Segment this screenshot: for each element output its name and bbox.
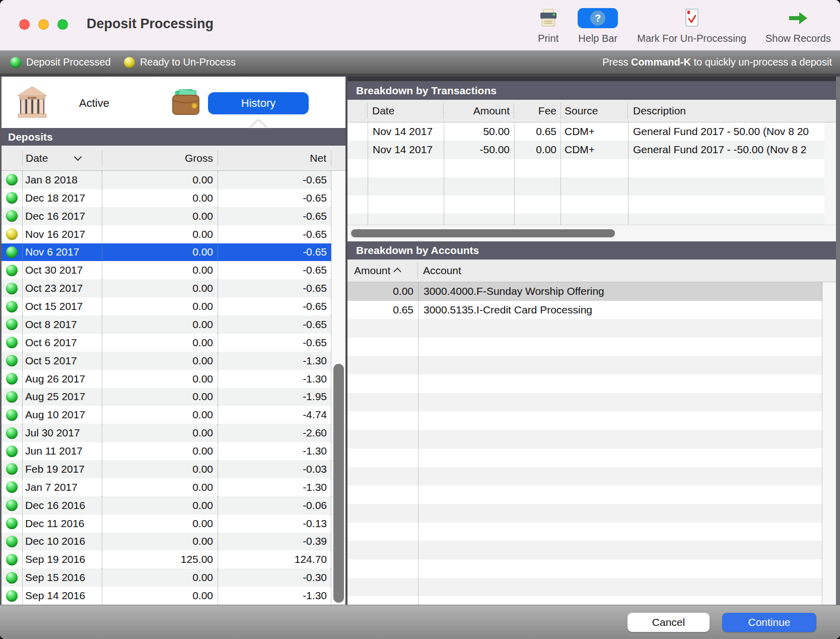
transactions-description-column-header[interactable]: Description bbox=[628, 103, 836, 119]
deposit-gross: 0.00 bbox=[102, 424, 218, 442]
show-records-button[interactable]: Show Records bbox=[765, 7, 831, 44]
deposit-row[interactable]: Oct 6 20170.00-0.65 bbox=[2, 334, 331, 352]
zoom-window-icon[interactable] bbox=[57, 19, 68, 30]
deposit-row[interactable]: Oct 30 20170.00-0.65 bbox=[2, 261, 331, 279]
deposit-row[interactable]: Dec 11 20160.00-0.13 bbox=[2, 515, 331, 533]
yellow-status-icon bbox=[6, 228, 18, 240]
deposits-scrollbar-track[interactable] bbox=[331, 171, 347, 605]
deposit-row[interactable]: Sep 15 20160.00-0.30 bbox=[2, 568, 331, 587]
deposit-net: -0.65 bbox=[218, 189, 331, 207]
green-status-icon bbox=[6, 427, 18, 439]
mark-for-unprocessing-button[interactable]: Mark For Un-Processing bbox=[637, 7, 746, 44]
transactions-date-column-header[interactable]: Date bbox=[368, 103, 444, 119]
transactions-hscrollbar-thumb[interactable] bbox=[351, 229, 615, 237]
accounts-table: 0.003000.4000.F-Sunday Worship Offering0… bbox=[347, 282, 822, 605]
deposits-panel: BANK Active bbox=[0, 77, 345, 605]
deposit-row[interactable]: Oct 5 20170.00-1.30 bbox=[2, 352, 331, 370]
deposit-row[interactable]: Dec 16 20160.00-0.06 bbox=[2, 496, 331, 515]
deposit-status-cell bbox=[2, 207, 23, 225]
deposit-date: Aug 26 2017 bbox=[23, 370, 102, 388]
toolbar: Print ? Help Bar Mark For Un-Processing bbox=[538, 7, 831, 44]
deposit-net: -1.30 bbox=[218, 442, 331, 460]
transactions-hscrollbar-track[interactable] bbox=[347, 225, 836, 241]
deposit-row[interactable]: Jun 11 20170.00-1.30 bbox=[2, 442, 331, 460]
deposit-row[interactable]: Aug 26 20170.00-1.30 bbox=[2, 370, 331, 388]
deposit-net: -0.65 bbox=[218, 279, 331, 297]
deposit-gross: 0.00 bbox=[102, 225, 218, 243]
deposits-scrollbar-thumb[interactable] bbox=[333, 364, 344, 603]
tab-active[interactable]: BANK Active bbox=[17, 84, 168, 123]
deposit-row[interactable]: Dec 10 20160.00-0.39 bbox=[2, 533, 331, 551]
deposits-net-column-header[interactable]: Net bbox=[218, 150, 331, 166]
account-row[interactable]: 0.653000.5135.I-Credit Card Processing bbox=[347, 301, 822, 320]
green-status-icon bbox=[6, 445, 18, 457]
deposit-date: Jan 8 2018 bbox=[23, 171, 102, 189]
column-separator bbox=[628, 122, 628, 225]
green-status-icon bbox=[6, 318, 18, 330]
deposit-date: Oct 15 2017 bbox=[23, 297, 102, 315]
column-separator bbox=[418, 282, 418, 605]
bank-icon: BANK bbox=[17, 86, 48, 121]
print-label: Print bbox=[538, 33, 558, 44]
transactions-amount-column-header[interactable]: Amount bbox=[444, 103, 514, 119]
deposit-status-cell bbox=[2, 243, 23, 262]
green-status-icon bbox=[6, 590, 18, 602]
deposit-net: -0.65 bbox=[218, 243, 331, 262]
deposits-date-column-header[interactable]: Date bbox=[23, 150, 102, 166]
deposit-status-cell bbox=[2, 568, 23, 587]
green-status-icon bbox=[6, 554, 18, 565]
close-window-icon[interactable] bbox=[19, 19, 30, 30]
shortcut-hint: Press Command-K to quickly un-process a … bbox=[602, 56, 832, 68]
account-row[interactable]: 0.003000.4000.F-Sunday Worship Offering bbox=[347, 282, 822, 301]
minimize-window-icon[interactable] bbox=[38, 19, 49, 30]
deposit-row[interactable]: Oct 8 20170.00-0.65 bbox=[2, 315, 331, 334]
deposit-row[interactable]: Feb 19 20170.00-0.03 bbox=[2, 460, 331, 478]
deposit-row[interactable]: Jan 8 20180.00-0.65 bbox=[2, 171, 331, 189]
deposit-date: Nov 6 2017 bbox=[23, 243, 102, 262]
transaction-row[interactable]: Nov 14 2017-50.000.00CDM+General Fund 20… bbox=[347, 141, 824, 159]
deposit-row[interactable]: Dec 16 20170.00-0.65 bbox=[2, 207, 331, 225]
deposit-row[interactable]: Nov 6 20170.00-0.65 bbox=[2, 243, 331, 262]
accounts-account-column-header[interactable]: Account bbox=[418, 263, 836, 279]
accounts-amount-column-header[interactable]: Amount bbox=[347, 263, 418, 279]
deposit-status-cell bbox=[2, 297, 23, 315]
help-bar-label: Help Bar bbox=[578, 33, 617, 44]
deposit-row[interactable]: Nov 16 20170.00-0.65 bbox=[2, 225, 331, 243]
deposit-date: Feb 19 2017 bbox=[23, 460, 102, 478]
deposit-row[interactable]: Jul 30 20170.00-2.60 bbox=[2, 424, 331, 442]
deposit-status-cell bbox=[2, 279, 23, 297]
transactions-source-column-header[interactable]: Source bbox=[561, 103, 628, 119]
deposit-net: 124.70 bbox=[218, 550, 331, 568]
deposits-gross-column-header[interactable]: Gross bbox=[102, 150, 218, 166]
deposit-gross: 0.00 bbox=[102, 334, 218, 352]
status-bar: Deposit Processed Ready to Un-Process Pr… bbox=[0, 50, 840, 74]
green-status-icon bbox=[6, 301, 18, 312]
green-status-icon bbox=[6, 192, 18, 204]
transactions-fee-column-header[interactable]: Fee bbox=[514, 103, 561, 119]
deposit-row[interactable]: Dec 18 20170.00-0.65 bbox=[2, 189, 331, 207]
continue-button[interactable]: Continue bbox=[722, 613, 816, 632]
deposit-row[interactable]: Oct 23 20170.00-0.65 bbox=[2, 279, 331, 297]
deposit-row[interactable]: Aug 25 20170.00-1.95 bbox=[2, 388, 331, 406]
cancel-button[interactable]: Cancel bbox=[627, 613, 710, 632]
deposits-status-column-header bbox=[2, 150, 23, 166]
help-bar-button[interactable]: ? Help Bar bbox=[578, 7, 618, 44]
deposit-row[interactable]: Sep 14 20160.00-1.30 bbox=[2, 587, 331, 605]
deposit-row[interactable]: Jan 7 20170.00-1.30 bbox=[2, 478, 331, 496]
deposit-row[interactable]: Sep 19 2016125.00124.70 bbox=[2, 550, 331, 568]
deposit-date: Dec 16 2017 bbox=[23, 207, 102, 225]
green-status-icon bbox=[6, 337, 18, 348]
green-status-icon bbox=[6, 572, 18, 584]
print-button[interactable]: Print bbox=[538, 7, 558, 44]
deposit-status-cell bbox=[2, 550, 23, 568]
deposit-row[interactable]: Oct 15 20170.00-0.65 bbox=[2, 297, 331, 315]
accounts-empty-rows bbox=[347, 319, 822, 605]
deposit-net: -1.95 bbox=[218, 388, 331, 406]
transaction-date: Nov 14 2017 bbox=[368, 122, 444, 141]
deposit-row[interactable]: Aug 10 20170.00-4.74 bbox=[2, 406, 331, 424]
footer-bar: Cancel Continue bbox=[0, 605, 840, 639]
transaction-row[interactable]: Nov 14 201750.000.65CDM+General Fund 201… bbox=[347, 122, 824, 141]
tab-history[interactable]: History bbox=[171, 84, 317, 123]
deposit-gross: 0.00 bbox=[102, 406, 218, 424]
deposit-date: Dec 18 2017 bbox=[23, 189, 102, 207]
